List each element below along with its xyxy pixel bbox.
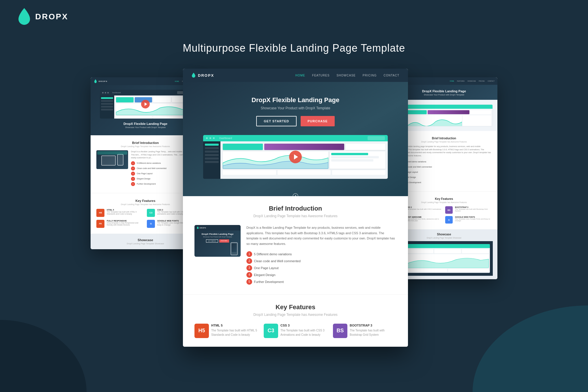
center-nav-logo-text: DROPX: [198, 73, 214, 78]
center-brief-content: DROPX DropX Flexible Landing Page Showca…: [194, 225, 396, 286]
center-nav-logo: DROPX: [192, 73, 214, 78]
right-features-title: Key Features: [396, 197, 492, 200]
right-list-2: 2Clean code and Well commented: [396, 165, 492, 169]
right-nav-showcase[interactable]: SHOWCASE: [467, 80, 476, 82]
right-nav-contact[interactable]: CONTACT: [488, 80, 495, 82]
right-features-sub: DropX Landing Page Template has Awesome …: [396, 201, 492, 203]
header: DROPX: [0, 0, 588, 33]
right-showcase-mockup: [395, 241, 493, 276]
center-brief-title: Brief Introduction: [194, 205, 396, 212]
right-list-4: 4Elegant Design: [396, 175, 492, 179]
header-logo-text: DROPX: [35, 12, 68, 21]
left-showcase-title: Showcase: [96, 238, 194, 242]
right-hero-sub: Showcase Your Product with DropX Templat…: [394, 94, 494, 96]
center-nav-showcase[interactable]: SHOWCASE: [336, 74, 355, 77]
left-dashboard-mockup: Dashboard: [100, 90, 191, 119]
left-feature-html5: H5 HTML 5 The Template has built with HT…: [96, 209, 144, 217]
center-nav: DROPX HOME FEATURES SHOWCASE PRICING CON…: [183, 69, 408, 82]
left-hero-sub: Showcase Your Product with DropX Templat…: [94, 126, 197, 128]
center-nav-pricing[interactable]: PRICING: [363, 74, 377, 77]
center-hero-buttons: GET STARTED PURCHASE: [194, 116, 396, 126]
left-nav-home[interactable]: HOME: [175, 80, 179, 82]
logo-area: DROPX: [17, 8, 68, 25]
left-features-title: Key Features: [96, 199, 194, 202]
center-hero: DropX Flexible Landing Page Showcase You…: [183, 82, 408, 196]
center-features-section: Key Features DropX Landing Page Template…: [183, 295, 408, 347]
left-nav-logo-text: DROPX: [99, 80, 108, 82]
left-brief-title: Brief Introduction: [96, 141, 194, 145]
center-brief-sub: DropX Landing Page Template has Awesome …: [194, 214, 396, 218]
center-dashboard-mockup: Dashboard: [203, 135, 388, 179]
center-hero-subtitle: Showcase Your Product with DropX Templat…: [194, 106, 396, 110]
center-features-grid: H5 HTML 5 The Template has built with HT…: [194, 324, 396, 338]
screenshots-area: DROPX HOME FEATURES SHO... Dashboard: [0, 69, 588, 347]
center-list-item-2: 2 Clean code and Well commented: [246, 258, 396, 264]
right-list-5: 5Further Development: [396, 180, 492, 184]
right-feature-google: G GOOGLE WEB FONTS The Template uses Goo…: [445, 216, 492, 224]
right-nav-features[interactable]: FEATURES: [457, 80, 465, 82]
right-dashboard-mockup: [395, 104, 493, 126]
logo-drop-icon: [17, 8, 31, 25]
center-feature-html5: H5 HTML 5 The Template has built with HT…: [194, 324, 258, 338]
right-nav-home[interactable]: HOME: [450, 80, 454, 82]
center-nav-links: HOME FEATURES SHOWCASE PRICING CONTACT: [295, 74, 399, 77]
screenshot-center: DROPX HOME FEATURES SHOWCASE PRICING CON…: [183, 69, 408, 347]
scroll-indicator: [293, 193, 298, 202]
center-nav-features[interactable]: FEATURES: [312, 74, 330, 77]
left-nav-drop-icon: [94, 79, 97, 83]
center-brief-text-area: DropX is a flexible Landing Page Templat…: [246, 225, 396, 286]
center-get-started-btn[interactable]: GET STARTED: [256, 116, 297, 126]
right-brief-body: DropX is a flexible landing page templat…: [396, 145, 492, 157]
center-brief-section: Brief Introduction DropX Landing Page Te…: [183, 196, 408, 295]
left-showcase-sub: DropX Landing Page Template Showcase: [96, 243, 194, 245]
right-list-3: 3One Page Layout: [396, 170, 492, 174]
center-play-button[interactable]: [289, 151, 302, 163]
right-list-1: 15 Different demo variations: [396, 160, 492, 164]
left-phone-mockup: [96, 150, 128, 169]
right-nav-pricing[interactable]: PRICING: [479, 80, 485, 82]
center-nav-contact[interactable]: CONTACT: [383, 74, 399, 77]
right-nav-links: HOME FEATURES SHOWCASE PRICING CONTACT: [450, 80, 495, 82]
center-features-sub: DropX Landing Page Template has Awesome …: [194, 313, 396, 317]
right-brief-title: Brief Introduction: [396, 137, 492, 140]
right-showcase-sub: DropX Landing Page Template Showcase: [395, 237, 493, 239]
center-list-item-4: 4 Elegant Design: [246, 272, 396, 278]
center-hero-title: DropX Flexible Landing Page: [194, 96, 396, 104]
left-features-sub: DropX Landing Page Template has Awesome …: [96, 203, 194, 205]
left-feature-responsive: FR FULLY RESPONSIVE Drop-template is ful…: [96, 220, 144, 228]
center-brief-body: DropX is a flexible Landing Page Templat…: [246, 225, 396, 247]
right-hero-title: DropX Flexible Landing Page: [394, 89, 494, 93]
center-phone-mockup: DROPX DropX Flexible Landing Page Showca…: [194, 225, 241, 257]
center-feature-css3: C3 CSS 3 The Template has built with CSS…: [264, 324, 327, 338]
right-showcase-title: Showcase: [395, 233, 493, 236]
left-brief-sub: DropX Landing Page Template has Awesome …: [96, 145, 194, 147]
center-features-title: Key Features: [194, 303, 396, 311]
center-purchase-btn[interactable]: PURCHASE: [301, 116, 335, 126]
center-list-item-3: 3 One Page Layout: [246, 265, 396, 271]
left-nav-logo: DROPX: [94, 79, 108, 83]
center-feature-bootstrap: BS BOOTSTRAP 3 The Template has built wi…: [333, 324, 396, 338]
left-play-button[interactable]: [141, 100, 150, 108]
center-list-item-1: 1 5 Different demo variations: [246, 251, 396, 257]
center-nav-drop-icon: [192, 73, 196, 78]
left-hero-title: DropX Flexible Landing Page: [94, 122, 197, 125]
right-feature-bootstrap: BS BOOTSTRAP 3 The Template has built wi…: [445, 206, 492, 214]
page-main-title: Multipurpose Flexible Landing Page Templ…: [0, 33, 588, 69]
center-list-item-5: 5 Further Development: [246, 279, 396, 285]
right-brief-sub: DropX Landing Page Template has Awesome …: [396, 141, 492, 143]
center-nav-home[interactable]: HOME: [295, 74, 305, 77]
